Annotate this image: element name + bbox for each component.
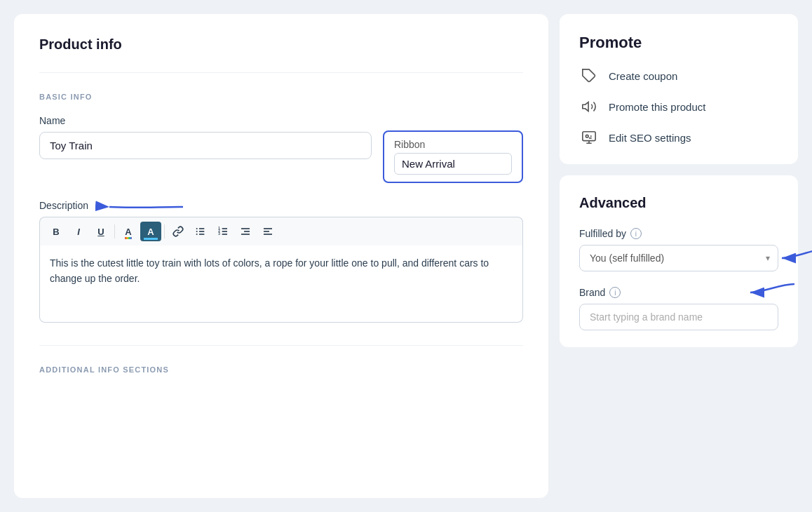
align-right-button[interactable] [235, 222, 256, 241]
highlight-button[interactable]: A [140, 222, 161, 241]
advanced-card: Advanced Fulfilled by i You (self fulfil… [560, 175, 798, 347]
bullet-list-button[interactable] [190, 222, 211, 241]
seo-icon [579, 128, 599, 147]
promote-list: Create coupon Promote this product [579, 66, 778, 147]
fulfilled-by-select-wrap: You (self fulfilled) Dropship Other ▾ [579, 245, 778, 271]
align-left-button[interactable] [257, 222, 278, 241]
numbered-list-button[interactable]: 1 2 3 [212, 222, 234, 241]
description-toolbar: B I U A A [39, 217, 523, 245]
brand-input[interactable] [579, 304, 778, 330]
promote-product-item[interactable]: Promote this product [579, 97, 778, 116]
brand-label: Brand [579, 287, 605, 298]
underline-button[interactable]: U [90, 222, 111, 241]
link-button[interactable] [168, 222, 189, 241]
description-label: Description [39, 200, 88, 211]
bold-button[interactable]: B [46, 222, 67, 241]
svg-point-6 [196, 234, 198, 235]
svg-point-22 [586, 135, 588, 137]
ribbon-label: Ribbon [394, 139, 512, 150]
basic-info-section-label: BASIC INFO [39, 93, 523, 101]
italic-button[interactable]: I [68, 222, 89, 241]
name-label: Name [39, 115, 372, 126]
svg-point-4 [196, 228, 198, 229]
product-info-title: Product info [39, 36, 523, 53]
svg-rect-21 [583, 132, 595, 141]
toolbar-divider-2 [164, 224, 165, 238]
create-coupon-item[interactable]: Create coupon [579, 66, 778, 86]
left-panel: Product info BASIC INFO Name Ribbon New … [14, 14, 548, 498]
fulfilled-by-select[interactable]: You (self fulfilled) Dropship Other [579, 245, 778, 271]
brand-label-row: Brand i [579, 287, 778, 298]
fulfilled-by-label: Fulfilled by [579, 228, 626, 239]
svg-text:3: 3 [218, 232, 220, 236]
ribbon-value: New Arrival [394, 153, 512, 175]
promote-title: Promote [579, 34, 778, 52]
ribbon-box: Ribbon New Arrival [383, 130, 523, 183]
fulfilled-by-row: Fulfilled by i [579, 228, 778, 239]
promote-product-label: Promote this product [609, 101, 705, 113]
fulfilled-by-info-icon[interactable]: i [630, 228, 642, 239]
name-input[interactable] [39, 132, 372, 159]
right-panel: Promote Create coupon [560, 14, 798, 347]
megaphone-icon [579, 97, 599, 116]
toolbar-divider-1 [114, 224, 115, 238]
edit-seo-item[interactable]: Edit SEO settings [579, 128, 778, 147]
additional-info-label: ADDITIONAL INFO SECTIONS [39, 365, 523, 374]
font-color-button[interactable]: A [118, 222, 139, 241]
description-arrow [95, 194, 187, 221]
brand-arrow [742, 278, 798, 306]
svg-point-5 [196, 231, 198, 232]
edit-seo-label: Edit SEO settings [609, 132, 691, 144]
tag-icon [579, 66, 599, 86]
brand-info-icon[interactable]: i [609, 287, 621, 298]
svg-marker-20 [583, 102, 588, 112]
create-coupon-label: Create coupon [609, 70, 677, 82]
fulfilled-arrow [775, 241, 812, 276]
description-textarea[interactable]: This is the cutest little toy train with… [39, 245, 523, 323]
promote-card: Promote Create coupon [560, 14, 798, 164]
advanced-title: Advanced [579, 195, 778, 211]
